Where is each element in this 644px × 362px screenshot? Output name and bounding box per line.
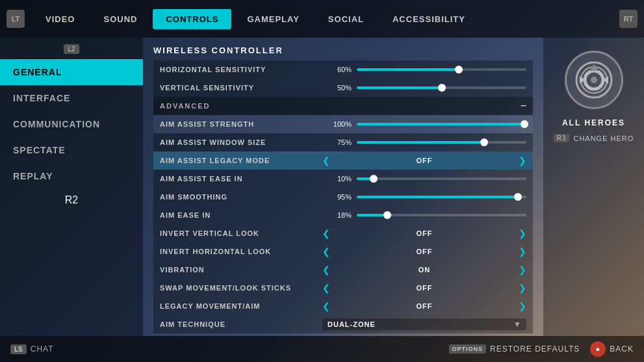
change-hero-button[interactable]: R3 CHANGE HERO [554,134,634,142]
row-aim-technique: AIM TECHNIQUE DUAL-ZONE ▼ [153,315,533,333]
value-vertical-sensitivity: 50% [322,84,526,92]
row-horizontal-sensitivity: HORIZONTAL SENSITIVITY 60% [153,60,533,79]
arrow-left-invert-v[interactable]: ❮ [322,228,330,239]
arrow-right-invert-v[interactable]: ❯ [519,228,526,239]
arrow-right-swap[interactable]: ❯ [519,283,526,293]
label-legacy-movement: LEGACY MOVEMENT/AIM [160,302,322,310]
value-aim-ease-in: 18% [322,211,526,219]
advanced-toggle-btn[interactable]: − [521,100,526,112]
dropdown-aim-technique[interactable]: DUAL-ZONE ▼ [322,318,526,330]
nav-left-badge: LT [6,10,25,28]
arrow-left-swap[interactable]: ❮ [322,283,330,293]
back-button[interactable]: ● BACK [590,341,634,357]
overwatch-logo-icon [574,60,613,99]
label-aim-ease-in: AIM EASE IN [160,211,322,219]
arrow-right-invert-h[interactable]: ❯ [519,246,526,257]
val-aim-assist-ease-in: 10% [322,175,352,183]
hero-icon-circle [565,51,623,109]
arrow-left-invert-h[interactable]: ❮ [322,246,330,257]
slider-aim-assist-ease-in[interactable] [357,177,526,180]
val-swap-sticks: OFF [417,284,433,292]
row-invert-vertical: INVERT VERTICAL LOOK ❮ OFF ❯ [153,224,533,242]
svg-point-2 [591,77,597,83]
label-vibration: VIBRATION [160,266,322,274]
center-panel: WIRELESS CONTROLLER HORIZONTAL SENSITIVI… [143,38,543,336]
toggle-invert-vertical[interactable]: ❮ OFF ❯ [322,228,526,239]
tab-controls[interactable]: CONTROLS [153,9,231,29]
sidebar: L2 GENERAL INTERFACE COMMUNICATION SPECT… [0,38,143,336]
arrow-right-vibration[interactable]: ❯ [519,265,526,275]
label-aim-assist-legacy: AIM ASSIST LEGACY MODE [160,157,322,164]
chat-badge: LS [10,344,27,354]
toggle-aim-assist-legacy[interactable]: ❮ OFF ❯ [322,155,526,166]
label-swap-sticks: SWAP MOVEMENT/LOOK STICKS [160,284,322,292]
row-invert-horizontal: INVERT HORIZONTAL LOOK ❮ OFF ❯ [153,242,533,261]
slider-aim-assist-strength[interactable] [357,123,526,125]
val-aim-smoothing: 95% [322,193,352,201]
value-vibration: ❮ ON ❯ [322,265,526,275]
value-invert-vertical: ❮ OFF ❯ [322,228,526,239]
label-aim-assist-ease-in: AIM ASSIST EASE IN [160,175,322,183]
arrow-left-legacy[interactable]: ❮ [322,155,330,166]
sidebar-item-general[interactable]: GENERAL [0,59,143,85]
row-vertical-sensitivity: VERTICAL SENSITIVITY 50% [153,79,533,97]
wireless-controller-title: WIRELESS CONTROLLER [153,45,533,55]
tab-accessibility[interactable]: ACCESSIBILITY [380,9,478,29]
label-vertical-sensitivity: VERTICAL SENSITIVITY [160,84,322,92]
sidebar-item-interface[interactable]: INTERFACE [0,85,143,111]
row-aim-assist-ease-in: AIM ASSIST EASE IN 10% [153,170,533,188]
row-aim-ease-in: AIM EASE IN 18% [153,206,533,224]
value-aim-assist-window: 75% [322,138,526,146]
arrow-right-legacy[interactable]: ❯ [519,155,526,166]
row-legacy-movement: LEGACY MOVEMENT/AIM ❮ OFF ❯ [153,297,533,315]
dropdown-arrow-aim: ▼ [513,320,521,329]
tab-gameplay[interactable]: GAMEPLAY [234,9,312,29]
arrow-right-legacy-mov[interactable]: ❯ [519,301,526,311]
sidebar-item-replay[interactable]: REPLAY [0,163,143,189]
val-legacy-mode: OFF [417,157,433,164]
label-horizontal-sensitivity: HORIZONTAL SENSITIVITY [160,66,322,73]
arrow-left-vibration[interactable]: ❮ [322,265,330,275]
value-aim-assist-ease-in: 10% [322,175,526,183]
toggle-legacy-movement[interactable]: ❮ OFF ❯ [322,301,526,311]
toggle-vibration[interactable]: ❮ ON ❯ [322,265,526,275]
tab-sound[interactable]: SOUND [90,9,150,29]
bottom-right: OPTIONS RESTORE DEFAULTS ● BACK [449,341,634,357]
tab-video[interactable]: VIDEO [32,9,88,29]
chat-label: CHAT [31,344,54,354]
toggle-invert-horizontal[interactable]: ❮ OFF ❯ [322,246,526,257]
toggle-swap-sticks[interactable]: ❮ OFF ❯ [322,283,526,293]
label-advanced: ADVANCED [160,102,322,110]
right-panel: ALL HEROES R3 CHANGE HERO [543,38,644,336]
val-aim-assist-strength: 100% [322,120,352,128]
row-aim-assist-strength: AIM ASSIST STRENGTH 100% [153,115,533,133]
value-invert-horizontal: ❮ OFF ❯ [322,246,526,257]
change-hero-label: CHANGE HERO [573,135,634,142]
arrow-left-legacy-mov[interactable]: ❮ [322,301,330,311]
back-circle-icon: ● [590,341,606,357]
bottom-left: LS CHAT [10,344,54,354]
value-legacy-movement: ❮ OFF ❯ [322,301,526,311]
sidebar-item-communication[interactable]: COMMUNICATION [0,111,143,137]
options-badge: OPTIONS [449,344,487,354]
all-heroes-label: ALL HEROES [562,118,625,127]
label-aim-assist-strength: AIM ASSIST STRENGTH [160,120,322,128]
val-invert-vertical: OFF [417,229,433,237]
sidebar-item-spectate[interactable]: SPECTATE [0,137,143,163]
tab-social[interactable]: SOCIAL [315,9,377,29]
value-aim-smoothing: 95% [322,193,526,201]
slider-vertical-sensitivity[interactable] [357,86,526,89]
label-aim-assist-window: AIM ASSIST WINDOW SIZE [160,138,322,146]
main-content: L2 GENERAL INTERFACE COMMUNICATION SPECT… [0,38,644,336]
val-aim-assist-window: 75% [322,138,352,146]
label-invert-vertical: INVERT VERTICAL LOOK [160,229,322,237]
restore-defaults-button[interactable]: OPTIONS RESTORE DEFAULTS [449,344,580,354]
slider-aim-assist-window[interactable] [357,141,526,144]
slider-aim-smoothing[interactable] [357,196,526,198]
sidebar-top-badge: L2 [0,44,143,54]
val-vertical-sensitivity: 50% [322,84,352,92]
value-horizontal-sensitivity: 60% [322,66,526,73]
val-vibration: ON [419,266,431,274]
slider-horizontal-sensitivity[interactable] [357,68,526,71]
slider-aim-ease-in[interactable] [357,214,526,216]
